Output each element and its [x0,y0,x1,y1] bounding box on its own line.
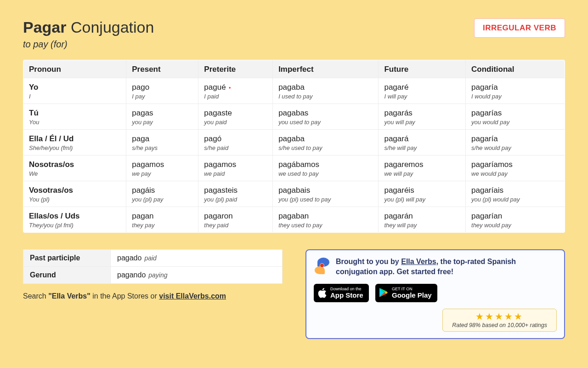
conjugation-cell: paguéI paid [198,78,273,104]
conjugation-cell: pagaremoswe will pay [379,155,466,181]
google-play-button[interactable]: GET IT ON Google Play [375,284,437,302]
conjugation-cell: pagaránthey will pay [379,207,466,233]
participle-label: Past participle [23,250,111,267]
conjugation-cell: pagaréI will pay [379,78,466,104]
column-header: Future [379,60,466,78]
conjugation-cell: pagabas/he used to pay [273,130,379,155]
table-row: Nosotras/osWepagamoswe paypagamoswe paid… [23,155,565,181]
table-row: Ellas/os / UdsThey/you (pl fml)paganthey… [23,207,565,233]
column-header: Preterite [198,60,273,78]
conjugation-cell: pagaréisyou (pl) will pay [379,181,466,207]
conjugation-cell: pagábamoswe used to pay [273,155,379,181]
column-header: Present [126,60,198,78]
participle-value: pagadopaid [111,250,283,267]
table-row: Vosotras/osYou (pl)pagáisyou (pl) paypag… [23,181,565,207]
search-note: Search "Ella Verbs" in the App Stores or… [23,292,283,300]
conjugation-cell: pagabasyou used to pay [273,104,379,130]
conjugation-cell: pagamoswe paid [198,155,273,181]
page-title: Pagar Conjugation [23,18,154,36]
conjugation-cell: pagarásyou will pay [379,104,466,130]
conjugation-cell: pagaronthey paid [198,207,273,233]
column-header: Imperfect [273,60,379,78]
pronoun-cell: Ella / Él / UdShe/he/you (fml) [23,130,126,155]
conjugation-cell: pagaríaI would pay [466,78,565,104]
conjugation-table: PronounPresentPreteriteImperfectFutureCo… [23,60,565,233]
ella-verbs-link[interactable]: Ella Verbs [401,258,436,265]
conjugation-cell: pagas/he pays [126,130,198,155]
app-icon [314,258,330,274]
conjugation-cell: pagoI pay [126,78,198,104]
participle-label: Gerund [23,267,111,284]
pronoun-cell: YoI [23,78,126,104]
conjugation-cell: pagabaisyou (pl) used to pay [273,181,379,207]
star-icons: ★★★★★ [452,312,547,321]
visit-link[interactable]: visit EllaVerbs.com [159,292,226,300]
conjugation-cell: pagarás/he will pay [379,130,466,155]
conjugation-cell: pagasyou pay [126,104,198,130]
conjugation-cell: pagamoswe pay [126,155,198,181]
conjugation-cell: pagaríamoswe would pay [466,155,565,181]
conjugation-cell: pagaríaisyou (pl) would pay [466,181,565,207]
conjugation-cell: pagasteyou paid [198,104,273,130]
conjugation-cell: pagaríanthey would pay [466,207,565,233]
conjugation-cell: pagáisyou (pl) pay [126,181,198,207]
irregular-badge: IRREGULAR VERB [474,18,565,38]
conjugation-cell: pagarías/he would pay [466,130,565,155]
pronoun-cell: Nosotras/osWe [23,155,126,181]
verb-translation: to pay (for) [23,39,154,50]
conjugation-cell: paganthey pay [126,207,198,233]
participle-row: Gerundpagandopaying [23,267,283,284]
app-store-button[interactable]: Download on the App Store [314,284,369,302]
participle-table: Past participlepagadopaidGerundpagandopa… [23,249,283,284]
pronoun-cell: Ellas/os / UdsThey/you (pl fml) [23,207,126,233]
conjugation-cell: pagaríasyou would pay [466,104,565,130]
table-row: Ella / Él / UdShe/he/you (fml)pagas/he p… [23,130,565,155]
column-header: Pronoun [23,60,126,78]
column-header: Conditional [466,60,565,78]
table-row: TúYoupagasyou paypagasteyou paidpagabasy… [23,104,565,130]
table-row: YoIpagoI paypaguéI paidpagabaI used to p… [23,78,565,104]
conjugation-cell: pagós/he paid [198,130,273,155]
participle-row: Past participlepagadopaid [23,250,283,267]
conjugation-cell: pagasteisyou (pl) paid [198,181,273,207]
promo-text: Brought to you by Ella Verbs, the top-ra… [336,257,557,277]
rating-box: ★★★★★ Rated 98% based on 10,000+ ratings [442,309,557,332]
participle-value: pagandopaying [111,267,283,284]
title-rest: Conjugation [71,18,154,36]
conjugation-cell: pagabanthey used to pay [273,207,379,233]
pronoun-cell: TúYou [23,104,126,130]
pronoun-cell: Vosotras/osYou (pl) [23,181,126,207]
play-icon [379,288,388,298]
verb-name: Pagar [23,18,67,36]
apple-icon [317,288,328,299]
conjugation-cell: pagabaI used to pay [273,78,379,104]
promo-box: Brought to you by Ella Verbs, the top-ra… [305,249,565,339]
